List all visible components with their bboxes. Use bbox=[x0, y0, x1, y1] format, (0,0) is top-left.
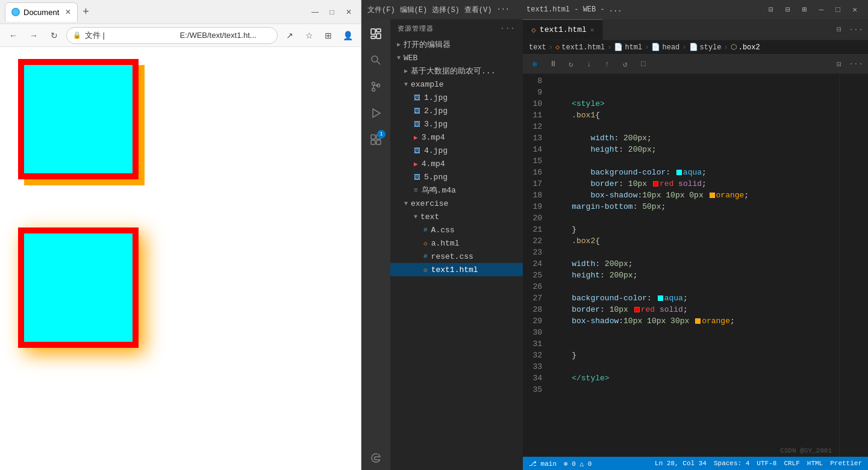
new-file-icon[interactable]: ··· bbox=[500, 24, 516, 33]
breadcrumb-style[interactable]: 📄style bbox=[689, 43, 722, 52]
file-5png[interactable]: 🖼 5.png bbox=[390, 170, 523, 184]
breadcrumb-box2[interactable]: ⬡.box2 bbox=[731, 43, 760, 52]
exercise-folder[interactable]: ▼ exercise bbox=[390, 197, 523, 210]
file-2jpg[interactable]: 🖼 2.jpg bbox=[390, 104, 523, 117]
status-lang[interactable]: HTML bbox=[807, 460, 823, 467]
vscode-menu-more[interactable]: ··· bbox=[496, 5, 510, 14]
split-editor-btn[interactable]: ⊟ bbox=[832, 22, 846, 37]
step-into-btn[interactable]: ↑ bbox=[600, 57, 614, 72]
pause-btn[interactable]: ⏸ bbox=[546, 57, 560, 72]
address-bar[interactable]: 🔒 文件 | E:/WEB/text/text1.ht... bbox=[66, 27, 278, 44]
tab-right-btn[interactable]: ⊡ bbox=[832, 57, 846, 72]
status-eol[interactable]: CRLF bbox=[784, 460, 799, 467]
breadcrumb-html[interactable]: 📄html bbox=[614, 43, 642, 52]
file-1jpg[interactable]: 🖼 1.jpg bbox=[390, 91, 523, 104]
explorer-activity-icon[interactable] bbox=[364, 22, 388, 46]
git-activity-icon[interactable] bbox=[364, 75, 388, 99]
file-4mp4[interactable]: ▶ 4.mp4 bbox=[390, 157, 523, 170]
example-label: example bbox=[411, 80, 444, 89]
file-ahtml[interactable]: ◇ a.html bbox=[390, 237, 523, 250]
new-tab-button[interactable]: + bbox=[83, 5, 89, 18]
address-text: E:/WEB/text/text1.ht... bbox=[180, 31, 272, 40]
stop-btn[interactable]: □ bbox=[636, 57, 651, 72]
minimize-button[interactable]: — bbox=[308, 5, 322, 19]
favorite-button[interactable]: ☆ bbox=[301, 27, 317, 44]
subfolder1-arrow: ▶ bbox=[404, 67, 408, 75]
layout-btn-3[interactable]: ⊞ bbox=[798, 5, 812, 14]
example-folder[interactable]: ▼ example bbox=[390, 78, 523, 91]
close-vscode[interactable]: ✕ bbox=[848, 5, 862, 14]
image-file-icon-5: 🖼 bbox=[414, 173, 420, 181]
svg-marker-10 bbox=[373, 109, 380, 117]
close-window-button[interactable]: ✕ bbox=[342, 5, 356, 19]
more-editor-btn[interactable]: ··· bbox=[849, 22, 863, 37]
minimize-vscode[interactable]: — bbox=[814, 5, 829, 14]
restart-btn[interactable]: ↺ bbox=[618, 57, 632, 72]
source-control-btn[interactable]: ⊕ bbox=[528, 57, 542, 72]
breadcrumb-file[interactable]: ◇text1.html bbox=[555, 43, 605, 52]
file-4jpg[interactable]: 🖼 4.jpg bbox=[390, 144, 523, 157]
sidebar-header-icons: ··· bbox=[500, 24, 516, 33]
vscode-menu-select[interactable]: 选择(S) bbox=[432, 5, 460, 15]
css-file-icon-2: # bbox=[423, 253, 428, 260]
breadcrumb-text[interactable]: text bbox=[529, 43, 546, 52]
video-file-icon: ▶ bbox=[414, 134, 418, 141]
debug-activity-icon[interactable] bbox=[364, 101, 388, 125]
svg-rect-13 bbox=[371, 140, 375, 144]
vscode-menu-edit[interactable]: 编辑(E) bbox=[400, 5, 428, 15]
text-folder[interactable]: ▼ text bbox=[390, 210, 523, 223]
step-over-btn[interactable]: ↓ bbox=[582, 57, 596, 72]
code-editor: 8 9 10 11 12 13 14 15 16 17 18 19 20 21 … bbox=[523, 74, 868, 457]
file-3mp4[interactable]: ▶ 3.mp4 bbox=[390, 131, 523, 144]
back-button[interactable]: ← bbox=[5, 27, 22, 44]
subfolder1-item[interactable]: ▶ 基于大数据的助农可... bbox=[390, 64, 523, 78]
file-3jpg[interactable]: 🖼 3.jpg bbox=[390, 117, 523, 131]
share-button[interactable]: ↗ bbox=[281, 27, 298, 44]
tab-close-button[interactable]: ✕ bbox=[65, 8, 71, 16]
editor-breadcrumb: text › ◇text1.html › 📄html › 📄head › 📄st… bbox=[523, 40, 868, 55]
status-encoding[interactable]: UTF-8 bbox=[757, 460, 776, 467]
web-folder[interactable]: ▼ WEB bbox=[390, 51, 523, 64]
layout-btn-1[interactable]: ⊡ bbox=[764, 5, 778, 14]
open-editors-section[interactable]: ▶ 打开的编辑器 bbox=[390, 38, 523, 51]
audio-file-icon: ≡ bbox=[414, 187, 418, 194]
vscode-menu-view[interactable]: 查看(V) bbox=[464, 5, 492, 15]
more-tools-btn[interactable]: ··· bbox=[849, 57, 863, 72]
maximize-vscode[interactable]: □ bbox=[831, 5, 845, 14]
status-line-col[interactable]: Ln 28, Col 34 bbox=[655, 460, 707, 467]
open-editors-arrow: ▶ bbox=[397, 41, 401, 48]
file-Acss[interactable]: # A.css bbox=[390, 223, 523, 237]
vscode-titlebar: 文件(F) 编辑(E) 选择(S) 查看(V) ··· text1.html -… bbox=[361, 0, 868, 19]
breadcrumb-head[interactable]: 📄head bbox=[651, 43, 679, 52]
status-errors[interactable]: ⊗ 0 △ 0 bbox=[564, 460, 592, 468]
file-resetcss[interactable]: # reset.css bbox=[390, 250, 523, 263]
extensions-activity-icon[interactable]: 1 bbox=[364, 128, 388, 152]
code-content[interactable]: <style> .box1{ width: 200px; height: 200… bbox=[547, 74, 839, 457]
refresh-button[interactable]: ↻ bbox=[46, 27, 63, 44]
browser-tab-document[interactable]: Document ✕ bbox=[5, 2, 78, 22]
image-file-icon-4: 🖼 bbox=[414, 147, 420, 155]
svg-rect-14 bbox=[376, 140, 381, 144]
status-prettier[interactable]: Prettier bbox=[830, 460, 862, 467]
breadcrumb-sep4: › bbox=[682, 43, 686, 52]
edge-activity-icon[interactable] bbox=[364, 446, 388, 470]
tab-text1html[interactable]: ◇ text1.html ✕ bbox=[523, 19, 603, 40]
open-editors-label: 打开的编辑器 bbox=[404, 39, 451, 50]
refresh-code-btn[interactable]: ↻ bbox=[564, 57, 578, 72]
status-spaces[interactable]: Spaces: 4 bbox=[714, 460, 749, 467]
forward-button[interactable]: → bbox=[25, 27, 42, 44]
sidebar-toggle-button[interactable]: ⊞ bbox=[320, 27, 337, 44]
status-branch[interactable]: ⎇ main bbox=[529, 460, 557, 468]
maximize-button[interactable]: □ bbox=[325, 5, 339, 19]
breadcrumb-sep3: › bbox=[645, 43, 649, 52]
tab-close-text1html[interactable]: ✕ bbox=[590, 26, 595, 34]
status-bar: ⎇ main ⊗ 0 △ 0 Ln 28, Col 34 Spaces: 4 U… bbox=[523, 457, 868, 470]
image-file-icon-3: 🖼 bbox=[414, 120, 420, 128]
profile-button[interactable]: 👤 bbox=[339, 27, 356, 44]
file-audio[interactable]: ≡ 鸟鸣.m4a bbox=[390, 184, 523, 197]
layout-btn-2[interactable]: ⊟ bbox=[781, 5, 795, 14]
vscode-menu-file[interactable]: 文件(F) bbox=[367, 5, 395, 15]
file-text1html[interactable]: ◇ text1.html bbox=[390, 263, 523, 276]
search-activity-icon[interactable] bbox=[364, 48, 388, 72]
subfolder1-label: 基于大数据的助农可... bbox=[411, 66, 495, 76]
